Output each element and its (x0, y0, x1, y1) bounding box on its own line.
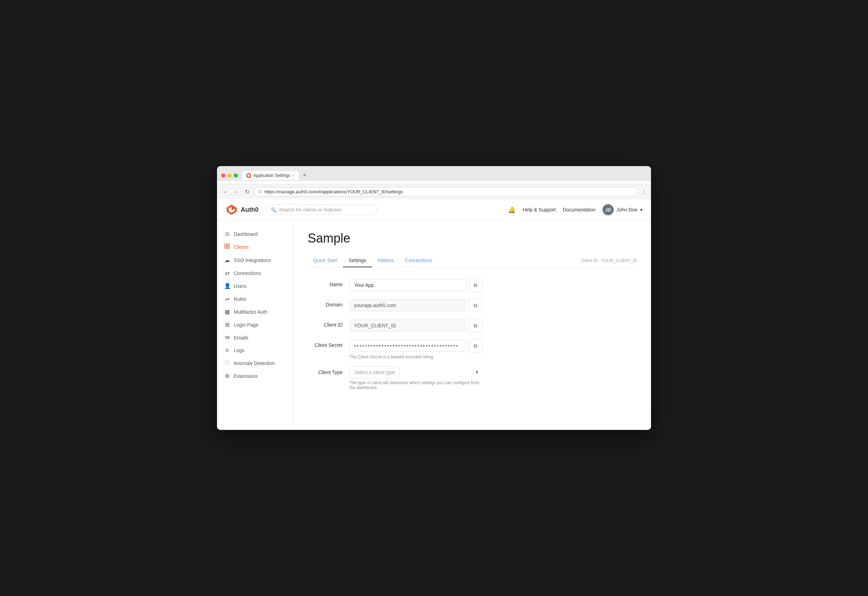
clientid-field-group: Client ID ⧉ (308, 319, 637, 332)
svg-marker-0 (247, 174, 250, 177)
name-input[interactable] (350, 279, 466, 291)
search-icon: 🔍 (271, 207, 276, 213)
clienttype-field-wrapper: Select a client type ⬍ The type of clien… (350, 367, 482, 390)
clienttype-input-row: Select a client type ⬍ (350, 367, 482, 378)
logo-area[interactable]: Auth0 (225, 203, 258, 216)
client-id-display: Client ID: YOUR_CLIENT_ID (582, 258, 637, 263)
secret-field-group: Client Secret ⧉ The Client Secret is a b… (308, 339, 637, 359)
svg-rect-5 (227, 244, 230, 245)
user-menu[interactable]: JD John Doe ▾ (602, 204, 643, 215)
sidebar-label-login: Login Page (234, 322, 258, 328)
secret-label: Client Secret (308, 339, 350, 348)
settings-form: Name ⧉ Domain (308, 278, 637, 390)
tab-close-button[interactable]: × (292, 173, 294, 177)
sidebar-item-dashboard[interactable]: ⊙ Dashboard (217, 228, 294, 240)
traffic-light-yellow[interactable] (227, 173, 232, 177)
domain-input-row: ⧉ (350, 299, 482, 312)
bell-icon[interactable]: 🔔 (508, 206, 516, 214)
clienttype-select[interactable]: Select a client type (350, 367, 400, 378)
sidebar-label-dashboard: Dashboard (234, 231, 258, 237)
copy-icon-domain: ⧉ (474, 303, 477, 309)
sidebar-label-extensions: Extensions (234, 373, 257, 379)
sidebar-item-clients[interactable]: Clients (217, 240, 294, 254)
address-bar[interactable]: ⓘ https://manage.auth0.com/#/application… (254, 187, 638, 197)
emails-icon: ✉ (224, 334, 230, 341)
page-title: Sample (308, 231, 637, 245)
sidebar-item-logs[interactable]: ≡ Logs (217, 344, 294, 356)
name-input-row: ⧉ (350, 278, 482, 292)
users-icon: 👤 (224, 282, 230, 289)
name-field-group: Name ⧉ (308, 278, 637, 292)
name-copy-button[interactable]: ⧉ (469, 278, 482, 292)
sidebar-item-connections[interactable]: ⇄ Connections (217, 266, 294, 280)
sidebar-label-mfa: Multifactor Auth (234, 309, 267, 315)
login-icon: ⊞ (224, 321, 230, 328)
sidebar-item-rules[interactable]: ⇌ Rules (217, 293, 294, 305)
sidebar-label-emails: Emails (234, 335, 248, 340)
secret-copy-button[interactable]: ⧉ (469, 339, 482, 352)
lock-icon: ⓘ (258, 189, 262, 195)
clientid-copy-button[interactable]: ⧉ (469, 319, 482, 332)
sidebar-item-users[interactable]: 👤 Users (217, 280, 294, 293)
sidebar-label-anomaly: Anomaly Detection (234, 361, 275, 366)
sidebar-item-login[interactable]: ⊞ Login Page (217, 318, 294, 331)
secret-input[interactable] (350, 340, 466, 352)
browser-tab-active[interactable]: Application Settings × (242, 171, 299, 180)
back-button[interactable]: ← (221, 188, 230, 196)
name-label: Name (308, 278, 350, 287)
user-chevron-icon: ▾ (640, 207, 643, 213)
domain-input[interactable] (350, 299, 466, 311)
sso-icon: ☁ (224, 257, 230, 263)
sidebar-item-emails[interactable]: ✉ Emails (217, 331, 294, 344)
user-initials: JD (605, 207, 611, 213)
documentation-link[interactable]: Documentation (563, 207, 595, 213)
traffic-light-green[interactable] (234, 173, 238, 177)
clientid-input-row: ⧉ (350, 319, 482, 332)
rules-icon: ⇌ (224, 296, 230, 302)
client-id-label-text: Client ID: (582, 258, 599, 263)
secret-hint: The Client Secret is a base64 encoded st… (350, 355, 482, 359)
name-field-wrapper: ⧉ (350, 278, 482, 292)
svg-rect-6 (225, 247, 227, 248)
copy-icon-clientid: ⧉ (474, 323, 477, 329)
select-chevron-icon: ⬍ (475, 370, 479, 375)
new-tab-button[interactable]: + (299, 170, 311, 181)
forward-button[interactable]: → (232, 188, 241, 196)
tab-addons[interactable]: Addons (372, 254, 400, 267)
main-layout: ⊙ Dashboard Clients ☁ (217, 220, 651, 430)
dashboard-icon: ⊙ (224, 231, 230, 237)
sidebar-item-extensions[interactable]: ⚙ Extensions (217, 370, 294, 382)
search-bar[interactable]: 🔍 Search for clients or features (266, 204, 377, 215)
clientid-field-wrapper: ⧉ (350, 319, 482, 332)
sidebar-item-anomaly[interactable]: ♡ Anomaly Detection (217, 356, 294, 370)
browser-window: Application Settings × + ← → ↻ ⓘ https:/… (217, 166, 651, 430)
tabs-bar: Quick Start Settings Addons Connections … (308, 254, 637, 267)
sidebar-label-connections: Connections (234, 271, 261, 276)
clientid-input[interactable] (350, 319, 466, 331)
clienttype-field-group: Client Type Select a client type ⬍ (308, 367, 637, 390)
extensions-sidebar-icon: ⚙ (224, 373, 230, 379)
sidebar-item-sso[interactable]: ☁ SSO Integrations (217, 254, 294, 266)
main-content: Sample Quick Start Settings Addons Conne… (294, 220, 651, 430)
copy-icon: ⧉ (474, 282, 477, 288)
extensions-icon[interactable]: ⋮ (641, 188, 647, 195)
tab-settings[interactable]: Settings (343, 254, 372, 267)
refresh-button[interactable]: ↻ (244, 188, 251, 196)
clientid-label: Client ID (308, 319, 350, 328)
tab-quickstart[interactable]: Quick Start (308, 254, 343, 267)
browser-chrome: Application Settings × + (217, 166, 651, 181)
tab-title: Application Settings (253, 173, 290, 178)
nav-actions: 🔔 Help & Support Documentation JD John D… (508, 204, 643, 215)
domain-copy-button[interactable]: ⧉ (469, 299, 482, 312)
user-avatar: JD (602, 204, 614, 215)
browser-titlebar: Application Settings × + (221, 170, 647, 181)
domain-label: Domain (308, 299, 350, 308)
logo-text: Auth0 (241, 206, 258, 214)
help-support-link[interactable]: Help & Support (523, 207, 556, 213)
traffic-light-red[interactable] (221, 173, 225, 177)
sidebar-label-clients: Clients (234, 244, 249, 250)
sidebar-item-mfa[interactable]: ▦ Multifactor Auth (217, 305, 294, 318)
clienttype-hint: The type of client will determine which … (350, 380, 482, 390)
tab-connections[interactable]: Connections (400, 254, 438, 267)
copy-icon-secret: ⧉ (474, 343, 477, 349)
